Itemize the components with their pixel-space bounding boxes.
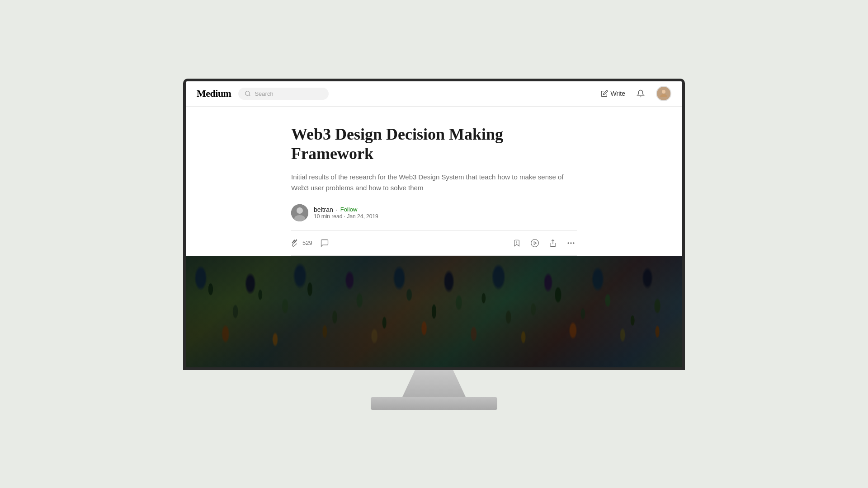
action-right [511,237,577,249]
navbar: Medium Search Write [186,81,682,107]
article-subtitle: Initial results of the research for the … [291,172,577,193]
navbar-left: Medium Search [197,88,329,100]
svg-point-3 [297,207,303,214]
author-avatar[interactable] [291,204,308,221]
search-bar[interactable]: Search [238,88,329,100]
bookmark-icon [513,239,521,247]
read-time: 10 min read [314,213,342,220]
hero-image [186,256,682,367]
bookmark-button[interactable] [511,237,523,249]
svg-point-10 [571,243,571,244]
article-meta: 10 min read · Jan 24, 2019 [314,213,378,220]
search-input-label: Search [255,90,273,97]
author-avatar-image [291,204,308,221]
svg-point-9 [568,243,569,244]
author-name[interactable]: beltran [314,206,333,213]
medium-logo: Medium [197,88,231,99]
search-icon [245,90,251,97]
share-button[interactable] [547,237,559,249]
share-icon [549,239,557,247]
article-title: Web3 Design Decision Making Framework [291,125,577,164]
avatar[interactable] [656,86,671,101]
comment-button[interactable] [319,237,330,249]
edit-icon [601,90,608,97]
comment-icon [320,239,329,248]
svg-point-6 [531,239,539,247]
play-button[interactable] [529,237,541,249]
clap-icon [291,239,300,248]
notification-button[interactable] [634,87,647,100]
publish-date: Jan 24, 2019 [347,213,378,220]
action-bar: 529 [291,230,577,256]
action-left: 529 [291,237,330,249]
clap-count: 529 [302,239,312,246]
monitor-stand-neck [402,370,466,397]
write-button[interactable]: Write [601,90,625,97]
follow-button[interactable]: Follow [340,206,358,213]
user-avatar-icon [658,88,669,99]
svg-point-0 [245,91,250,95]
monitor-stand-base [371,397,497,410]
dot-separator: · [336,206,338,213]
svg-marker-7 [534,242,536,245]
svg-point-11 [573,243,574,244]
more-button[interactable] [565,237,577,249]
author-info: beltran · Follow 10 min read · Jan 24, 2… [314,206,378,220]
svg-point-1 [662,90,665,94]
write-label: Write [611,90,625,97]
clap-button[interactable]: 529 [291,239,312,248]
bell-icon [637,89,645,98]
navbar-right: Write [601,86,671,101]
play-icon [530,239,539,248]
article-area: Web3 Design Decision Making Framework In… [186,107,682,256]
more-icon [566,239,576,248]
author-row: beltran · Follow 10 min read · Jan 24, 2… [291,204,577,221]
